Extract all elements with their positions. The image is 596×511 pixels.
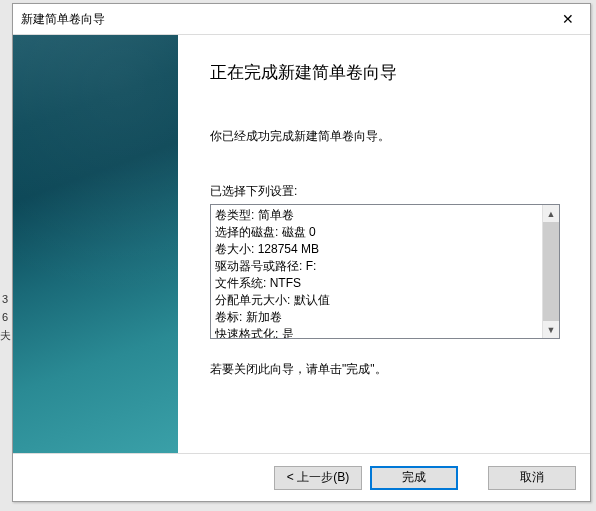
settings-line: 卷类型: 简单卷 xyxy=(215,207,538,224)
close-icon: ✕ xyxy=(562,11,574,27)
intro-text: 你已经成功完成新建简单卷向导。 xyxy=(210,128,560,145)
button-bar: < 上一步(B) 完成 取消 xyxy=(13,453,590,501)
cancel-button[interactable]: 取消 xyxy=(488,466,576,490)
gutter-text: 6 xyxy=(0,308,10,326)
back-button[interactable]: < 上一步(B) xyxy=(274,466,362,490)
settings-label: 已选择下列设置: xyxy=(210,183,560,200)
settings-line: 文件系统: NTFS xyxy=(215,275,538,292)
window-title: 新建简单卷向导 xyxy=(21,11,105,28)
left-gutter: 3 6 夫 xyxy=(0,290,10,344)
wizard-body: 正在完成新建简单卷向导 你已经成功完成新建简单卷向导。 已选择下列设置: 卷类型… xyxy=(13,34,590,453)
settings-line: 卷标: 新加卷 xyxy=(215,309,538,326)
wizard-content: 正在完成新建简单卷向导 你已经成功完成新建简单卷向导。 已选择下列设置: 卷类型… xyxy=(178,35,590,453)
wizard-window: 新建简单卷向导 ✕ 正在完成新建简单卷向导 你已经成功完成新建简单卷向导。 已选… xyxy=(12,3,591,502)
scrollbar[interactable]: ▲ ▼ xyxy=(542,205,559,338)
gutter-text: 夫 xyxy=(0,326,10,344)
settings-line: 驱动器号或路径: F: xyxy=(215,258,538,275)
closing-hint: 若要关闭此向导，请单击"完成"。 xyxy=(210,361,560,378)
settings-list: 卷类型: 简单卷 选择的磁盘: 磁盘 0 卷大小: 128754 MB 驱动器号… xyxy=(211,205,542,338)
close-button[interactable]: ✕ xyxy=(545,4,590,34)
background: 3 6 夫 新建简单卷向导 ✕ 正在完成新建简单卷向导 你已经成功完成新建简单卷… xyxy=(0,0,596,511)
scroll-up-icon[interactable]: ▲ xyxy=(543,205,559,222)
titlebar[interactable]: 新建简单卷向导 ✕ xyxy=(13,4,590,34)
finish-button[interactable]: 完成 xyxy=(370,466,458,490)
settings-summary-box: 卷类型: 简单卷 选择的磁盘: 磁盘 0 卷大小: 128754 MB 驱动器号… xyxy=(210,204,560,339)
gutter-text: 3 xyxy=(0,290,10,308)
page-heading: 正在完成新建简单卷向导 xyxy=(210,61,560,84)
settings-line: 快速格式化: 是 xyxy=(215,326,538,338)
settings-line: 选择的磁盘: 磁盘 0 xyxy=(215,224,538,241)
scroll-down-icon[interactable]: ▼ xyxy=(543,321,559,338)
scroll-thumb[interactable] xyxy=(543,222,559,321)
settings-line: 卷大小: 128754 MB xyxy=(215,241,538,258)
settings-line: 分配单元大小: 默认值 xyxy=(215,292,538,309)
wizard-sidebar-graphic xyxy=(13,35,178,453)
